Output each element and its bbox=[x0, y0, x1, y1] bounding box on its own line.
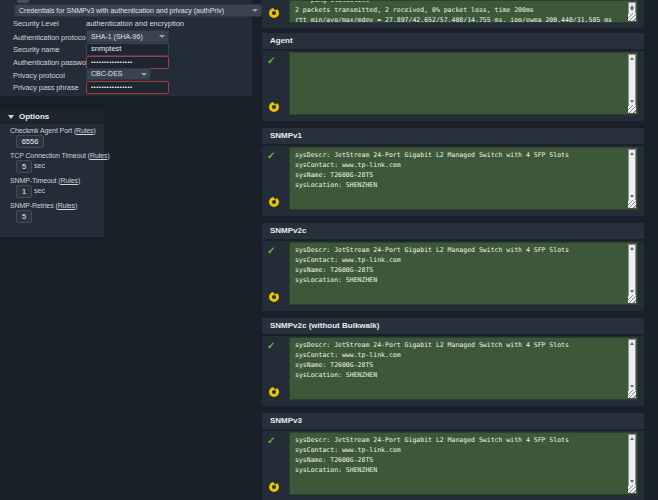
snmpv2c-output-box[interactable]: sysDescr: JetStream 24-Port Gigabit L2 M… bbox=[289, 242, 638, 305]
snmp-credentials-form: Credentials for SNMPv3 with authenticati… bbox=[0, 0, 252, 96]
options-panel: Options Checkmk Agent Port (Rules) 6556 … bbox=[0, 110, 104, 237]
rules-link[interactable]: Rules bbox=[76, 127, 93, 134]
security-name-value: snmptest bbox=[91, 44, 121, 53]
resize-grip-icon[interactable] bbox=[628, 13, 636, 21]
agent-test-section: ✓ bbox=[262, 51, 644, 121]
snmpv2c-test-section: ✓ sysDescr: JetStream 24-Port Gigabit L2… bbox=[262, 241, 644, 311]
privacy-protocol-select[interactable]: CBC-DES bbox=[86, 68, 151, 80]
agent-output-box[interactable] bbox=[289, 52, 638, 115]
check-icon: ✓ bbox=[267, 56, 275, 66]
scroll-down-icon[interactable] bbox=[630, 195, 634, 198]
scroll-down-icon[interactable] bbox=[630, 385, 634, 388]
check-icon: ✓ bbox=[267, 246, 275, 256]
rules-link[interactable]: Rules bbox=[60, 177, 77, 184]
ping-test-section: --- ping statistics --- 2 packets transm… bbox=[262, 0, 644, 28]
scroll-up-icon[interactable] bbox=[630, 437, 634, 440]
section-header-snmpv1: SNMPv1 bbox=[262, 128, 644, 144]
snmpv3-output-text: sysDescr: JetStream 24-Port Gigabit L2 M… bbox=[290, 435, 637, 475]
chevron-down-icon bbox=[141, 73, 147, 76]
security-name-field[interactable]: snmptest bbox=[86, 43, 169, 56]
scroll-down-icon[interactable] bbox=[630, 290, 634, 293]
privacy-protocol-value: CBC-DES bbox=[91, 70, 123, 77]
snmp-timeout-field[interactable]: 1 bbox=[16, 185, 32, 198]
section-header-snmpv3: SNMPv3 bbox=[262, 413, 644, 429]
privacy-passphrase-field[interactable]: •••••••••••••••• bbox=[86, 81, 169, 94]
chevron-down-icon bbox=[159, 35, 165, 38]
security-level-value: authentication and encryption bbox=[86, 19, 184, 29]
credentials-preset-select[interactable]: Credentials for SNMPv3 with authenticati… bbox=[14, 4, 262, 17]
resize-grip-icon[interactable] bbox=[628, 390, 636, 398]
snmpv1-test-section: ✓ sysDescr: JetStream 24-Port Gigabit L2… bbox=[262, 146, 644, 216]
options-header[interactable]: Options bbox=[0, 110, 104, 124]
credentials-preset-value: Credentials for SNMPv3 with authenticati… bbox=[19, 7, 224, 14]
auth-protocol-value: SHA-1 (SHA-96) bbox=[91, 33, 143, 40]
check-icon: ✓ bbox=[267, 151, 275, 161]
option-label: Checkmk Agent Port (Rules) bbox=[10, 126, 96, 135]
section-header-snmpv2c-no-bulkwalk: SNMPv2c (without Bulkwalk) bbox=[262, 318, 644, 334]
scroll-up-icon[interactable] bbox=[630, 342, 634, 345]
retry-icon[interactable] bbox=[269, 387, 279, 397]
scroll-down-icon[interactable] bbox=[630, 8, 634, 11]
snmpv2c-output-text: sysDescr: JetStream 24-Port Gigabit L2 M… bbox=[290, 245, 637, 285]
check-icon: ✓ bbox=[267, 436, 275, 446]
tcp-timeout-field[interactable]: 5 bbox=[16, 160, 32, 173]
privacy-protocol-label: Privacy protocol bbox=[13, 71, 65, 81]
retry-icon[interactable] bbox=[269, 292, 279, 302]
snmp-retries-field[interactable]: 5 bbox=[16, 210, 32, 223]
clipped-control-fragment bbox=[17, 0, 29, 3]
section-header-agent: Agent bbox=[262, 33, 644, 49]
agent-port-field[interactable]: 6556 bbox=[16, 135, 44, 148]
retry-icon[interactable] bbox=[269, 102, 279, 112]
retry-icon[interactable] bbox=[269, 8, 279, 18]
auth-password-value: •••••••••••••••• bbox=[91, 59, 133, 65]
snmpv3-output-box[interactable]: sysDescr: JetStream 24-Port Gigabit L2 M… bbox=[289, 432, 638, 495]
resize-grip-icon[interactable] bbox=[628, 295, 636, 303]
scroll-up-icon[interactable] bbox=[630, 57, 634, 60]
scroll-up-icon[interactable] bbox=[630, 152, 634, 155]
option-label: SNMP-Timeout (Rules) bbox=[10, 176, 80, 185]
unit-label: sec bbox=[34, 160, 45, 171]
retry-icon[interactable] bbox=[269, 197, 279, 207]
checkmk-host-diagnostic-page: { "colors": { "page_bg": "#19202a", "pan… bbox=[0, 0, 658, 500]
option-label: TCP Connection Timeout (Rules) bbox=[10, 151, 110, 160]
scroll-down-icon[interactable] bbox=[630, 100, 634, 103]
chevron-down-icon bbox=[252, 9, 258, 12]
resize-grip-icon[interactable] bbox=[628, 105, 636, 113]
snmpv2c-no-bulkwalk-output-box[interactable]: sysDescr: JetStream 24-Port Gigabit L2 M… bbox=[289, 337, 638, 400]
security-name-label: Security name bbox=[13, 45, 60, 55]
section-header-snmpv2c: SNMPv2c bbox=[262, 223, 644, 239]
resize-grip-icon[interactable] bbox=[628, 485, 636, 493]
collapse-triangle-icon bbox=[8, 115, 14, 119]
privacy-passphrase-value: •••••••••••••••• bbox=[91, 84, 133, 90]
snmpv1-output-text: sysDescr: JetStream 24-Port Gigabit L2 M… bbox=[290, 150, 637, 190]
snmpv3-test-section: ✓ sysDescr: JetStream 24-Port Gigabit L2… bbox=[262, 431, 644, 500]
security-level-label: Security Level bbox=[13, 19, 59, 29]
scroll-up-icon[interactable] bbox=[630, 247, 634, 250]
rules-link[interactable]: Rules bbox=[90, 152, 107, 159]
auth-password-label: Authentication password bbox=[13, 58, 92, 68]
snmpv2c-no-bulkwalk-output-text: sysDescr: JetStream 24-Port Gigabit L2 M… bbox=[290, 340, 637, 380]
scroll-down-icon[interactable] bbox=[630, 480, 634, 483]
auth-protocol-label: Authentication protocol bbox=[13, 33, 87, 43]
rules-link[interactable]: Rules bbox=[58, 202, 75, 209]
resize-grip-icon[interactable] bbox=[628, 200, 636, 208]
snmpv1-output-box[interactable]: sysDescr: JetStream 24-Port Gigabit L2 M… bbox=[289, 147, 638, 210]
auth-protocol-select[interactable]: SHA-1 (SHA-96) bbox=[86, 30, 169, 43]
ping-output-box[interactable]: --- ping statistics --- 2 packets transm… bbox=[289, 0, 638, 23]
option-label: SNMP-Retries (Rules) bbox=[10, 201, 77, 210]
check-icon: ✓ bbox=[267, 341, 275, 351]
retry-icon[interactable] bbox=[269, 482, 279, 492]
snmpv2c-no-bulkwalk-test-section: ✓ sysDescr: JetStream 24-Port Gigabit L2… bbox=[262, 336, 644, 406]
privacy-passphrase-label: Privacy pass phrase bbox=[13, 83, 79, 93]
options-title: Options bbox=[19, 112, 49, 121]
unit-label: sec bbox=[34, 185, 45, 196]
ping-output-text: --- ping statistics --- 2 packets transm… bbox=[290, 0, 637, 23]
